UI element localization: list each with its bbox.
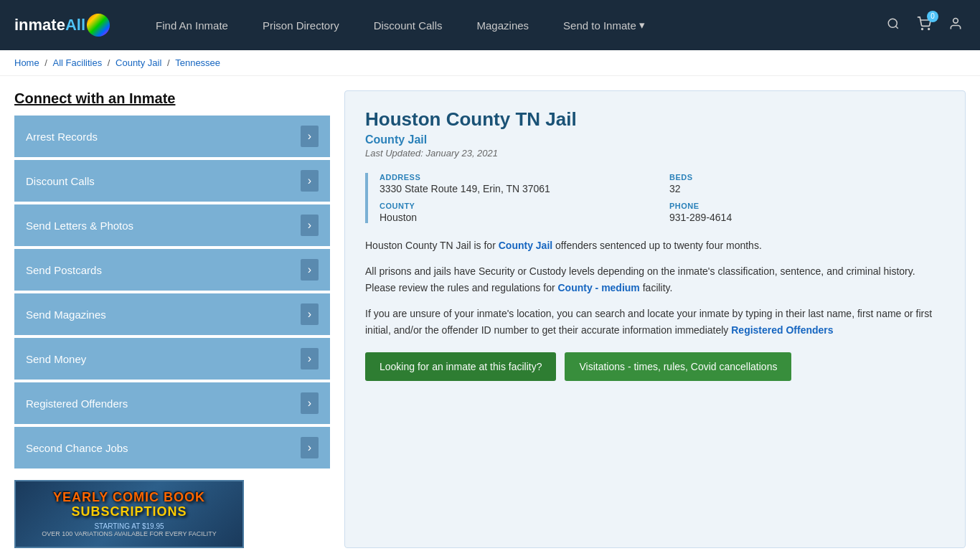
- ad-subtitle: STARTING AT $19.95: [42, 522, 217, 530]
- arrow-icon: ›: [301, 170, 319, 192]
- sidebar-item-label: Send Letters & Photos: [26, 220, 133, 232]
- search-icon: [887, 17, 900, 30]
- dropdown-arrow-icon: ▾: [639, 19, 645, 32]
- description-2: All prisons and jails have Security or C…: [365, 263, 945, 296]
- svg-point-0: [888, 19, 897, 27]
- address-value: 3330 State Route 149, Erin, TN 37061: [380, 183, 655, 194]
- ad-sub2: OVER 100 VARIATIONS AVAILABLE FOR EVERY …: [42, 530, 217, 537]
- breadcrumb: Home / All Facilities / County Jail / Te…: [14, 57, 966, 68]
- account-button[interactable]: [946, 14, 966, 37]
- phone-block: PHONE 931-289-4614: [669, 202, 945, 223]
- county-jail-link-1[interactable]: County Jail: [499, 240, 552, 251]
- user-icon: [948, 17, 963, 31]
- phone-label: PHONE: [669, 202, 945, 210]
- sidebar-item-label: Arrest Records: [26, 131, 98, 143]
- breadcrumb-county-jail[interactable]: County Jail: [116, 57, 161, 68]
- address-block: ADDRESS 3330 State Route 149, Erin, TN 3…: [380, 173, 655, 194]
- description-3: If you are unsure of your inmate's locat…: [365, 306, 945, 338]
- sidebar: Connect with an Inmate Arrest Records › …: [14, 90, 330, 548]
- beds-label: BEDS: [669, 173, 945, 182]
- county-value: Houston: [380, 212, 655, 223]
- facility-info-grid: ADDRESS 3330 State Route 149, Erin, TN 3…: [365, 173, 945, 223]
- ad-title-line2: SUBSCRIPTIONS: [42, 504, 217, 519]
- navbar: inmateAll Find An Inmate Prison Director…: [0, 0, 980, 50]
- sidebar-item-label: Send Magazines: [26, 309, 106, 321]
- cart-button[interactable]: 0: [914, 14, 934, 37]
- arrow-icon: ›: [301, 303, 319, 325]
- sidebar-item-label: Send Money: [26, 353, 86, 365]
- sidebar-item-label: Send Postcards: [26, 264, 102, 276]
- nav-find-inmate[interactable]: Find An Inmate: [138, 0, 245, 50]
- sidebar-item-send-postcards[interactable]: Send Postcards ›: [14, 249, 330, 291]
- arrow-icon: ›: [301, 348, 319, 369]
- breadcrumb-all-facilities[interactable]: All Facilities: [53, 57, 103, 68]
- sidebar-item-registered-offenders[interactable]: Registered Offenders ›: [14, 382, 330, 424]
- svg-line-1: [895, 26, 897, 28]
- sidebar-title: Connect with an Inmate: [14, 90, 330, 107]
- description-1: Houston County TN Jail is for County Jai…: [365, 237, 945, 253]
- search-button[interactable]: [884, 14, 903, 37]
- sidebar-item-send-letters[interactable]: Send Letters & Photos ›: [14, 204, 330, 246]
- ad-title-line1: YEARLY COMIC BOOK: [42, 491, 217, 505]
- nav-magazines[interactable]: Magazines: [460, 0, 547, 50]
- county-medium-link[interactable]: County - medium: [557, 282, 639, 293]
- nav-send-to-inmate[interactable]: Send to Inmate ▾: [546, 0, 662, 50]
- ad-content: YEARLY COMIC BOOK SUBSCRIPTIONS STARTING…: [42, 491, 217, 538]
- sidebar-item-arrest-records[interactable]: Arrest Records ›: [14, 116, 330, 157]
- arrow-icon: ›: [301, 259, 319, 281]
- arrow-icon: ›: [301, 215, 319, 236]
- main-nav: Find An Inmate Prison Directory Discount…: [138, 0, 884, 50]
- main-content: Connect with an Inmate Arrest Records › …: [0, 76, 980, 551]
- breadcrumb-bar: Home / All Facilities / County Jail / Te…: [0, 50, 980, 76]
- find-inmate-button[interactable]: Looking for an inmate at this facility?: [365, 352, 556, 381]
- action-buttons: Looking for an inmate at this facility? …: [365, 352, 945, 381]
- sidebar-item-label: Discount Calls: [26, 175, 95, 187]
- sidebar-item-second-chance-jobs[interactable]: Second Chance Jobs ›: [14, 427, 330, 468]
- breadcrumb-sep-2: /: [108, 57, 113, 68]
- detail-panel: Houston County TN Jail County Jail Last …: [344, 90, 966, 548]
- nav-prison-directory[interactable]: Prison Directory: [245, 0, 357, 50]
- svg-point-3: [928, 28, 930, 29]
- cart-badge: 0: [927, 11, 938, 22]
- sidebar-item-send-money[interactable]: Send Money ›: [14, 338, 330, 380]
- breadcrumb-sep-3: /: [167, 57, 172, 68]
- county-label: COUNTY: [380, 202, 655, 210]
- breadcrumb-state[interactable]: Tennessee: [175, 57, 220, 68]
- ad-banner[interactable]: YEARLY COMIC BOOK SUBSCRIPTIONS STARTING…: [14, 480, 244, 548]
- sidebar-item-send-magazines[interactable]: Send Magazines ›: [14, 293, 330, 335]
- logo-icon: [87, 14, 110, 37]
- logo-text: inmateAll: [14, 16, 85, 34]
- sidebar-item-label: Registered Offenders: [26, 397, 128, 410]
- address-label: ADDRESS: [380, 173, 655, 182]
- arrow-icon: ›: [301, 392, 319, 414]
- logo[interactable]: inmateAll: [14, 14, 110, 37]
- beds-block: BEDS 32: [669, 173, 945, 194]
- breadcrumb-sep-1: /: [44, 57, 50, 68]
- facility-type: County Jail: [365, 133, 945, 146]
- sidebar-item-label: Second Chance Jobs: [26, 442, 128, 454]
- nav-discount-calls[interactable]: Discount Calls: [357, 0, 460, 50]
- visitations-button[interactable]: Visitations - times, rules, Covid cancel…: [565, 352, 791, 381]
- county-block: COUNTY Houston: [380, 202, 655, 223]
- phone-value: 931-289-4614: [669, 212, 945, 223]
- sidebar-menu: Arrest Records › Discount Calls › Send L…: [14, 116, 330, 468]
- arrow-icon: ›: [301, 437, 319, 458]
- facility-updated: Last Updated: January 23, 2021: [365, 148, 945, 159]
- sidebar-item-discount-calls[interactable]: Discount Calls ›: [14, 160, 330, 202]
- svg-point-2: [922, 28, 923, 29]
- breadcrumb-home[interactable]: Home: [14, 57, 39, 68]
- svg-point-4: [953, 18, 958, 23]
- facility-name: Houston County TN Jail: [365, 108, 945, 131]
- registered-offenders-link[interactable]: Registered Offenders: [731, 324, 833, 336]
- navbar-right: 0: [884, 14, 966, 37]
- arrow-icon: ›: [301, 126, 319, 147]
- beds-value: 32: [669, 183, 945, 194]
